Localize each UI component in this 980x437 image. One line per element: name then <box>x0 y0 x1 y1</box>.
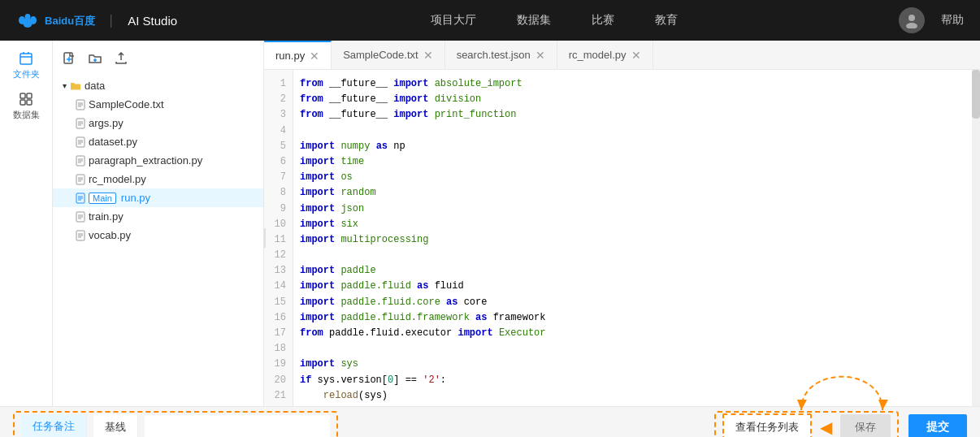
upload-button[interactable] <box>113 50 129 70</box>
tab-searchtestjson-close[interactable]: ✕ <box>536 50 545 61</box>
file-rcmodelpy-label: rc_model.py <box>89 173 146 185</box>
tab-searchtestjson-label: search.test.json <box>457 49 531 61</box>
logo-divider: │ <box>108 15 115 27</box>
new-file-button[interactable] <box>61 50 77 70</box>
folder-data[interactable]: ▾ data <box>53 76 263 95</box>
tab-rcmodel-close[interactable]: ✕ <box>631 50 641 61</box>
sidebar-datasets-label: 数据集 <box>13 109 40 121</box>
tag-main: Main <box>89 193 116 204</box>
nav-datasets[interactable]: 数据集 <box>517 10 551 31</box>
file-argspy[interactable]: args.py <box>53 114 263 132</box>
nav-projects[interactable]: 项目大厅 <box>431 10 476 31</box>
code-content[interactable]: from __future__ import absolute_import f… <box>293 70 980 406</box>
main-area: 文件夹 数据集 <box>0 41 980 406</box>
baseline-tab[interactable]: 基线 <box>93 414 138 438</box>
tab-runpy-label: run.py <box>275 50 305 62</box>
file-paragraphextraction[interactable]: paragraph_extraction.py <box>53 151 263 170</box>
svg-rect-7 <box>20 93 25 98</box>
topnav: Baidu百度 │ AI Studio 项目大厅 数据集 比赛 教育 帮助 <box>0 0 980 41</box>
tab-searchtestjson[interactable]: search.test.json ✕ <box>445 41 557 70</box>
file-samplecode[interactable]: SampleCode.txt <box>53 95 263 114</box>
svg-point-4 <box>908 15 915 21</box>
task-note-tab[interactable]: 任务备注 <box>21 414 87 438</box>
save-button[interactable]: 保存 <box>840 414 891 438</box>
arrow-left-icon: ◀ <box>820 418 832 437</box>
sidebar-item-datasets[interactable]: 数据集 <box>10 89 42 122</box>
tab-runpy[interactable]: run.py ✕ <box>264 41 332 70</box>
svg-point-5 <box>906 23 917 28</box>
tab-rcmodel-label: rc_model.py <box>569 49 627 61</box>
task-note-box: 任务备注 基线 <box>13 411 338 438</box>
bottom-panel: 任务备注 基线 查看任务列表 ◀ 保存 提交 <box>0 406 980 437</box>
logo-baidu: Baidu百度 <box>16 11 95 29</box>
folder-data-label: data <box>85 80 105 92</box>
tabs-bar: run.py ✕ SampleCode.txt ✕ search.test.js… <box>264 41 980 70</box>
tab-samplecode-close[interactable]: ✕ <box>423 50 433 61</box>
file-vocabpy-label: vocab.py <box>89 229 131 241</box>
tab-samplecode[interactable]: SampleCode.txt ✕ <box>332 41 445 70</box>
scrollbar-track[interactable] <box>972 70 980 406</box>
nav-education[interactable]: 教育 <box>655 10 678 31</box>
view-tasks-button[interactable]: 查看任务列表 <box>722 413 812 438</box>
help-link[interactable]: 帮助 <box>941 13 964 28</box>
nav-competition[interactable]: 比赛 <box>592 10 614 31</box>
svg-point-3 <box>23 18 33 28</box>
collapse-arrow[interactable]: ◀ <box>264 228 266 248</box>
file-tree: ▾ data SampleCode.txt args.py dataset.py… <box>53 41 264 406</box>
scrollbar-thumb[interactable] <box>972 70 980 119</box>
sidebar: 文件夹 数据集 <box>0 41 53 406</box>
svg-rect-10 <box>27 100 32 105</box>
svg-rect-11 <box>64 53 72 63</box>
file-trainpy-label: train.py <box>89 210 124 223</box>
file-rcmodelpy[interactable]: rc_model.py <box>53 170 263 188</box>
file-runpy-label: run.py <box>121 192 150 204</box>
file-argspy-label: args.py <box>89 117 124 129</box>
file-runpy[interactable]: Main run.py <box>53 188 263 207</box>
line-numbers: 1234 5678 9101112 13141516 17181920 2122… <box>264 70 293 406</box>
logo-aistudio: AI Studio <box>128 14 177 28</box>
svg-rect-9 <box>20 100 25 105</box>
file-datasetpy[interactable]: dataset.py <box>53 132 263 151</box>
svg-rect-6 <box>20 54 32 64</box>
file-paragraphextraction-label: paragraph_extraction.py <box>89 154 202 167</box>
sidebar-item-files[interactable]: 文件夹 <box>10 49 42 81</box>
topnav-menu: 项目大厅 数据集 比赛 教育 <box>210 10 899 31</box>
logo: Baidu百度 │ AI Studio <box>16 11 177 29</box>
chevron-down-icon: ▾ <box>63 81 67 90</box>
file-vocabpy[interactable]: vocab.py <box>53 226 263 244</box>
tab-runpy-close[interactable]: ✕ <box>310 50 319 62</box>
action-buttons-box: 查看任务列表 ◀ 保存 <box>714 411 899 438</box>
file-datasetpy-label: dataset.py <box>89 136 137 148</box>
sidebar-files-label: 文件夹 <box>13 68 40 80</box>
topnav-right: 帮助 <box>899 7 964 33</box>
file-samplecode-label: SampleCode.txt <box>89 98 164 110</box>
tab-rcmodel[interactable]: rc_model.py ✕ <box>557 41 653 70</box>
editor-area: run.py ✕ SampleCode.txt ✕ search.test.js… <box>264 41 980 406</box>
submit-button[interactable]: 提交 <box>908 414 967 438</box>
file-tree-toolbar <box>53 47 263 76</box>
svg-rect-8 <box>27 93 32 98</box>
task-input[interactable] <box>145 415 330 438</box>
file-trainpy[interactable]: train.py <box>53 207 263 226</box>
new-folder-button[interactable] <box>87 50 103 70</box>
bottom-wrapper: 任务备注 基线 查看任务列表 ◀ 保存 提交 <box>0 406 980 437</box>
code-editor: ◀ 1234 5678 9101112 13141516 17181920 21… <box>264 70 980 406</box>
tab-samplecode-label: SampleCode.txt <box>343 49 418 61</box>
avatar[interactable] <box>899 7 925 33</box>
